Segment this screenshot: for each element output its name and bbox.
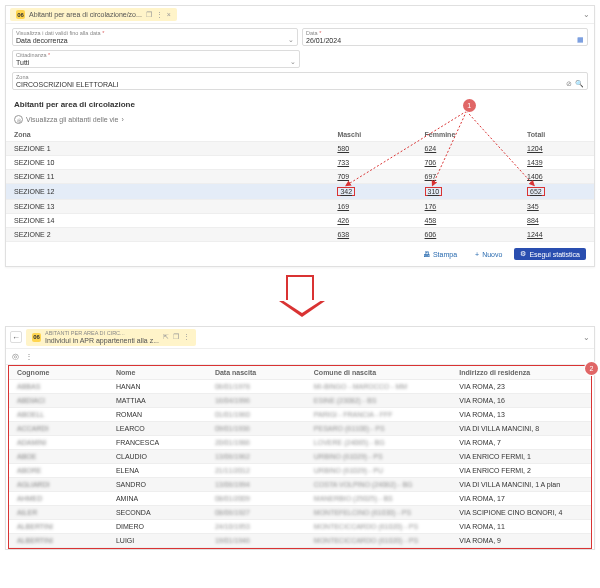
tab-abitanti[interactable]: 06 Abitanti per area di circolazione/zo.… [10,8,177,21]
table-row[interactable]: ALBERTINILUIGI19/01/1946MONTECICCARDO (6… [9,533,591,547]
cittadinanza-field[interactable]: Cittadinanza * Tutti⌄ [12,50,300,68]
close-icon[interactable]: × [167,11,171,18]
col-femmine: Femmine [417,128,520,142]
nuovo-button[interactable]: +Nuovo [469,249,508,260]
annotation-badge-2: 2 [585,362,598,375]
esegui-button[interactable]: ⚙Esegui statistica [514,248,586,260]
duplicate-icon[interactable]: ❐ [146,11,152,19]
duplicate-icon[interactable]: ❐ [173,333,179,341]
pin-icon[interactable]: ⇱ [163,333,169,341]
table-row[interactable]: SEZIONE 14426458884 [6,214,594,228]
back-button[interactable]: ← [10,331,22,343]
tab-title: Abitanti per area di circolazione/zo... [29,11,142,18]
search-icon[interactable]: 🔍 [575,80,584,87]
table-row[interactable]: SEZIONE 117096971406 [6,170,594,184]
zona-field[interactable]: Zona CIRCOSCRIZIONI ELETTORALI⊘🔍 [12,72,588,90]
tab-icon: 06 [16,10,25,19]
annotation-badge-1: 1 [463,99,476,112]
more-icon[interactable]: ⋮ [25,352,33,361]
table-row[interactable]: ABDIACIMATTIAA16/04/1996ESINE (23082) - … [9,393,591,407]
table-row[interactable]: ACCARDILEARCO09/01/1936PESARO (61100) - … [9,421,591,435]
filters-row1: Visualizza i dati validi fino alla data … [6,24,594,46]
chevron-right-icon: › [121,116,123,123]
print-icon: 🖶 [423,251,430,258]
table-row[interactable]: AHMEDAMINA08/01/2009MANERBIO (25025) - B… [9,491,591,505]
tab-icon: 06 [32,333,41,342]
eye-icon: ◎ [14,115,23,124]
table-row[interactable]: ABOELLROMAN01/01/1960PARIGI - FRANCIA - … [9,407,591,421]
more-icon[interactable]: ⋮ [183,333,190,341]
table-row[interactable]: ABOECLAUDIO13/06/1962URBINO (61029) - PS… [9,449,591,463]
chevron-down-icon: ⌄ [288,36,294,44]
table-row[interactable]: SEZIONE 12342310652 [6,184,594,200]
chevron-down-icon[interactable]: ⌄ [583,10,590,19]
gear-icon: ⚙ [520,250,526,258]
stampa-button[interactable]: 🖶Stampa [417,249,463,260]
col-data-nascita: Data nascita [207,366,306,380]
tab-bar: 06 Abitanti per area di circolazione/zo.… [6,6,594,24]
chevron-down-icon: ⌄ [290,58,296,66]
drill-toggle[interactable]: ◎ Visualizza gli abitanti delle vie › [6,115,594,128]
col-totali: Totali [519,128,594,142]
col-comune-nascita: Comune di nascita [306,366,452,380]
table-row[interactable]: ABOREELENA21/11/2012URBINO (61029) - PUV… [9,463,591,477]
calendar-icon[interactable]: ▦ [577,36,584,44]
col-cognome: Cognome [9,366,108,380]
col-nome: Nome [108,366,207,380]
plus-icon: + [475,251,479,258]
tab-title: Individui in APR appartenenti alla z... [45,337,159,344]
individuals-table-wrap: Cognome Nome Data nascita Comune di nasc… [8,365,592,549]
grid-toolbar: ◎ ⋮ [6,349,594,365]
panel-abitanti: 06 Abitanti per area di circolazione/zo.… [5,5,595,267]
tab-individui[interactable]: 06 ABITANTI PER AREA DI CIRC... Individu… [26,329,196,346]
table-row[interactable]: AGLIARDISANDRO13/06/1994COSTA VOLPINO (2… [9,477,591,491]
col-indirizzo: Indirizzo di residenza [451,366,591,380]
table-row[interactable]: AILERSECONDA08/06/1927MONTEFELCINO (6103… [9,505,591,519]
table-row[interactable]: SEZIONE 26386061244 [6,228,594,242]
table-row[interactable]: SEZIONE 13169176345 [6,200,594,214]
date-mode-field[interactable]: Visualizza i dati validi fino alla data … [12,28,298,46]
actions-bar: 🖶Stampa +Nuovo ⚙Esegui statistica [6,242,594,266]
individuals-table: Cognome Nome Data nascita Comune di nasc… [9,366,591,548]
table-row[interactable]: ABBASHANAN06/01/1978MI-BINGO - MAROCCO -… [9,379,591,393]
chevron-down-icon[interactable]: ⌄ [583,333,590,342]
table-row[interactable]: ALBERTINIDIMERO24/10/1953MONTECICCARDO (… [9,519,591,533]
flow-arrow [0,267,600,321]
table-row[interactable]: ADAMINIFRANCESCA20/01/1986LOVERE (24065)… [9,435,591,449]
more-icon[interactable]: ⋮ [156,11,163,19]
panel-individui: ← 06 ABITANTI PER AREA DI CIRC... Indivi… [5,326,595,550]
col-maschi: Maschi [329,128,416,142]
date-field[interactable]: Data * 26/01/2024▦ [302,28,588,46]
section-title: Abitanti per area di circolazione [6,94,594,115]
filters-row2: Cittadinanza * Tutti⌄ Zona CIRCOSCRIZION… [6,50,594,94]
table-row[interactable]: SEZIONE 15806241204 [6,142,594,156]
tab-bar-2: ← 06 ABITANTI PER AREA DI CIRC... Indivi… [6,327,594,349]
zones-table: Zona Maschi Femmine Totali SEZIONE 15806… [6,128,594,242]
view-icon[interactable]: ◎ [12,352,19,361]
table-row[interactable]: SEZIONE 107337061439 [6,156,594,170]
clear-icon[interactable]: ⊘ [566,80,572,87]
col-zona: Zona [6,128,329,142]
